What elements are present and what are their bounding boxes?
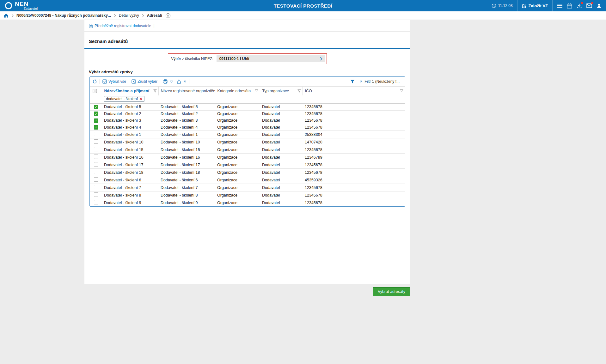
nipez-selector: Výběr z číselníku NIPEZ: 09111100-1 I Uh…	[168, 53, 327, 64]
row-checkbox[interactable]	[94, 132, 98, 136]
breadcrumb-item-procedure[interactable]: N006/25/V00007248 - Nákup různých potrav…	[16, 13, 111, 18]
toolbar-separator	[129, 79, 129, 84]
row-checkbox[interactable]	[94, 162, 98, 167]
row-checkbox[interactable]	[94, 155, 98, 159]
select-all-button[interactable]: Vybrat vše	[102, 79, 126, 84]
cell-name: Dodavatel - školení 18	[102, 169, 158, 176]
refresh-button[interactable]	[93, 79, 97, 84]
select-column-header[interactable]	[90, 87, 102, 96]
table-row[interactable]: Dodavatel - školení 1Dodavatel - školení…	[90, 131, 405, 138]
remove-filter-icon[interactable]: ✕	[139, 97, 143, 101]
cell-category: Organizace	[215, 184, 260, 191]
clock-icon	[492, 3, 496, 8]
table-row[interactable]: Dodavatel - školení 9Dodavatel - školení…	[90, 199, 405, 207]
cell-org: Dodavatel - školení 2	[158, 110, 215, 117]
column-filter-icon[interactable]	[210, 89, 213, 93]
export-dropdown-icon[interactable]	[184, 81, 187, 83]
row-checkbox[interactable]	[94, 192, 98, 197]
cell-org: Dodavatel - školení 6	[158, 176, 215, 184]
column-header-category[interactable]: Kategorie adresáta	[215, 87, 260, 96]
footer-actions: Vybrat adresáty	[84, 287, 410, 296]
cell-ico: 14707420	[303, 138, 405, 146]
cell-ico: 12345678	[303, 191, 405, 199]
row-checkbox-checked[interactable]	[94, 118, 98, 123]
table-row[interactable]: Dodavatel - školení 10Dodavatel - školen…	[90, 138, 405, 146]
cell-category: Organizace	[215, 146, 260, 154]
row-checkbox-cell	[90, 104, 102, 111]
table-row[interactable]: Dodavatel - školení 7Dodavatel - školení…	[90, 184, 405, 191]
cell-ico: 12345678	[303, 169, 405, 176]
filter-cell-empty	[303, 95, 405, 104]
nen-logo-icon	[4, 2, 13, 10]
cell-type: Dodavatel	[260, 199, 303, 207]
menu-icon[interactable]	[557, 4, 562, 8]
breadcrumb-item-detail[interactable]: Detail výzvy	[119, 13, 139, 18]
mail-notification-badge	[591, 2, 593, 4]
download-icon[interactable]	[577, 3, 582, 9]
column-filter-icon[interactable]	[400, 89, 403, 93]
row-checkbox[interactable]	[94, 177, 98, 182]
nen-logo[interactable]: NEN Zadavatel	[4, 1, 38, 10]
create-vz-button[interactable]: Založit VZ	[522, 3, 548, 8]
cell-org: Dodavatel - školení 8	[158, 191, 215, 199]
table-row[interactable]: Dodavatel - školení 18Dodavatel - školen…	[90, 169, 405, 176]
cell-category: Organizace	[215, 117, 260, 124]
filter-cell-name[interactable]: dodavatel - školení ✕	[102, 95, 158, 104]
chevron-right-icon[interactable]	[320, 57, 322, 61]
row-checkbox-checked[interactable]	[94, 105, 98, 109]
column-header-ico[interactable]: IČO	[303, 87, 405, 96]
cell-ico: 12345678	[303, 184, 405, 191]
column-header-name[interactable]: Název/Jméno a příjmení	[102, 87, 158, 96]
column-filter-icon[interactable]	[255, 89, 258, 93]
print-dropdown-icon[interactable]	[170, 81, 173, 83]
grid-toolbar: Vybrat vše Zrušit výběr	[90, 77, 405, 86]
nipez-value-field[interactable]: 09111100-1 I Uhlí	[217, 55, 325, 62]
table-row[interactable]: Dodavatel - školení 5Dodavatel - školení…	[90, 104, 405, 111]
calendar-icon[interactable]	[567, 3, 572, 9]
table-row[interactable]: Dodavatel - školení 17Dodavatel - školen…	[90, 161, 405, 169]
row-checkbox-cell	[90, 117, 102, 124]
filter-status-label[interactable]: Filtr 1 (Neuložený f...	[364, 79, 400, 84]
row-checkbox-cell	[90, 176, 102, 184]
nipez-label: Výběr z číselníku NIPEZ:	[171, 57, 213, 61]
cell-name: Dodavatel - školení 15	[102, 146, 158, 154]
register-supplier-link[interactable]: Předběžně registrovat dodavatele	[89, 24, 151, 28]
close-tab-icon[interactable]: ✕	[166, 13, 170, 18]
row-checkbox[interactable]	[94, 200, 98, 204]
filter-cell-empty	[158, 95, 215, 104]
select-recipients-button[interactable]: Vybrat adresáty	[373, 287, 410, 296]
column-header-org[interactable]: Název registrované organizace	[158, 87, 215, 96]
row-checkbox[interactable]	[94, 139, 98, 144]
column-header-type[interactable]: Typ organizace	[260, 87, 303, 96]
page-title: Seznam adresátů	[84, 32, 410, 49]
cell-type: Dodavatel	[260, 161, 303, 169]
row-checkbox[interactable]	[94, 185, 98, 189]
cell-type: Dodavatel	[260, 146, 303, 154]
print-button[interactable]	[163, 79, 168, 84]
row-checkbox[interactable]	[94, 147, 98, 151]
table-row[interactable]: Dodavatel - školení 6Dodavatel - školení…	[90, 176, 405, 184]
cell-org: Dodavatel - školení 15	[158, 146, 215, 154]
mail-icon[interactable]	[586, 3, 592, 8]
row-checkbox-cell	[90, 138, 102, 146]
row-checkbox-checked[interactable]	[94, 125, 98, 130]
home-icon[interactable]	[4, 13, 9, 18]
table-row[interactable]: Dodavatel - školení 16Dodavatel - školen…	[90, 154, 405, 161]
table-row[interactable]: Dodavatel - školení 8Dodavatel - školení…	[90, 191, 405, 199]
filter-icon[interactable]	[350, 80, 355, 84]
clear-selection-button[interactable]: Zrušit výběr	[132, 79, 157, 84]
table-row[interactable]: Dodavatel - školení 15Dodavatel - školen…	[90, 146, 405, 154]
row-checkbox-checked[interactable]	[94, 112, 98, 116]
column-filter-icon[interactable]	[297, 89, 301, 93]
table-row[interactable]: Dodavatel - školení 4Dodavatel - školení…	[90, 124, 405, 131]
export-button[interactable]	[177, 79, 181, 84]
row-checkbox-cell	[90, 191, 102, 199]
row-checkbox-cell	[90, 110, 102, 117]
column-filter-icon[interactable]	[153, 89, 157, 93]
table-row[interactable]: Dodavatel - školení 3Dodavatel - školení…	[90, 117, 405, 124]
filter-dropdown-icon[interactable]	[359, 81, 362, 83]
row-checkbox[interactable]	[94, 170, 98, 174]
cell-type: Dodavatel	[260, 169, 303, 176]
table-row[interactable]: Dodavatel - školení 2Dodavatel - školení…	[90, 110, 405, 117]
user-icon[interactable]	[597, 3, 602, 8]
